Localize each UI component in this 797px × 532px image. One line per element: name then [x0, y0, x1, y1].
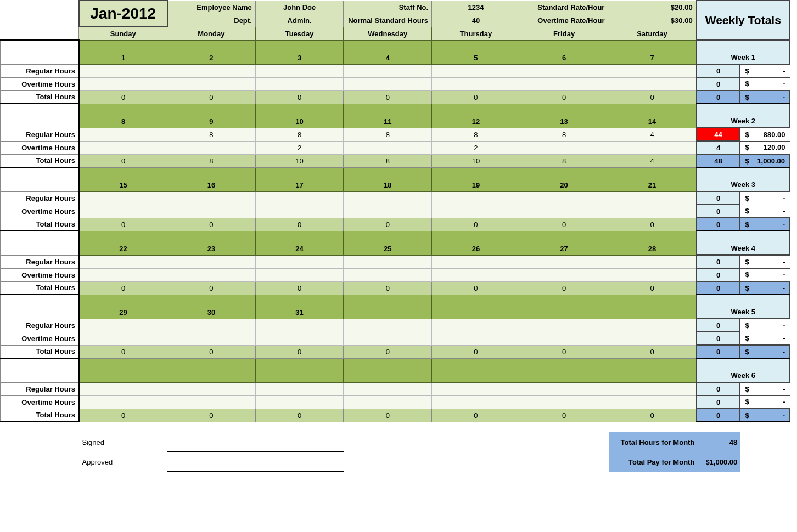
- overtime-hours-cell[interactable]: [608, 141, 697, 154]
- regular-hours-cell[interactable]: [167, 64, 256, 77]
- overtime-hours-cell[interactable]: [79, 332, 167, 345]
- overtime-hours-cell[interactable]: [79, 205, 167, 218]
- overtime-hours-cell[interactable]: [344, 77, 432, 90]
- week-total-money: $-: [740, 409, 790, 422]
- overtime-hours-cell[interactable]: [344, 395, 432, 409]
- regular-hours-cell[interactable]: 8: [255, 128, 344, 141]
- overtime-hours-cell[interactable]: [167, 268, 256, 281]
- regular-hours-cell[interactable]: [167, 255, 256, 268]
- total-hours-cell: 0: [255, 218, 344, 231]
- regular-hours-cell[interactable]: [520, 64, 608, 77]
- regular-hours-cell[interactable]: 8: [432, 128, 520, 141]
- regular-hours-cell[interactable]: [79, 319, 167, 332]
- regular-hours-cell[interactable]: [167, 382, 256, 395]
- overtime-hours-cell[interactable]: [520, 268, 608, 281]
- regular-hours-cell[interactable]: [167, 319, 256, 332]
- overtime-hours-cell[interactable]: [432, 268, 520, 281]
- overtime-hours-cell[interactable]: [79, 141, 167, 154]
- regular-hours-cell[interactable]: [520, 319, 608, 332]
- std-hours-value[interactable]: 40: [432, 14, 520, 27]
- overtime-hours-cell[interactable]: [520, 141, 608, 154]
- approved-label: Approved: [79, 452, 167, 472]
- regular-hours-cell[interactable]: [608, 191, 697, 205]
- dept-value[interactable]: Admin.: [255, 14, 344, 27]
- staff-no-value[interactable]: 1234: [432, 1, 520, 14]
- std-rate-value[interactable]: $20.00: [608, 1, 697, 14]
- overtime-hours-cell[interactable]: [432, 77, 520, 90]
- week-reg-money-total: $-: [740, 255, 790, 268]
- regular-hours-cell[interactable]: [79, 128, 167, 141]
- regular-hours-cell[interactable]: 4: [608, 128, 697, 141]
- overtime-hours-cell[interactable]: [255, 205, 344, 218]
- overtime-hours-cell[interactable]: [344, 141, 432, 154]
- regular-hours-cell[interactable]: [79, 255, 167, 268]
- regular-hours-cell[interactable]: [520, 382, 608, 395]
- regular-hours-cell[interactable]: [79, 191, 167, 205]
- overtime-hours-cell[interactable]: [344, 268, 432, 281]
- overtime-hours-cell[interactable]: [255, 268, 344, 281]
- regular-hours-cell[interactable]: [344, 64, 432, 77]
- overtime-hours-cell[interactable]: [608, 268, 697, 281]
- regular-hours-cell[interactable]: [432, 255, 520, 268]
- regular-hours-cell[interactable]: [344, 255, 432, 268]
- overtime-hours-cell[interactable]: [432, 332, 520, 345]
- date-cell: 21: [608, 167, 697, 191]
- overtime-hours-cell[interactable]: [167, 395, 256, 409]
- regular-hours-cell[interactable]: [608, 64, 697, 77]
- overtime-hours-cell[interactable]: [167, 77, 256, 90]
- overtime-hours-cell[interactable]: [255, 395, 344, 409]
- overtime-hours-cell[interactable]: [520, 395, 608, 409]
- overtime-hours-cell[interactable]: 2: [255, 141, 344, 154]
- overtime-hours-cell[interactable]: [167, 141, 256, 154]
- overtime-hours-cell[interactable]: [79, 395, 167, 409]
- overtime-hours-cell[interactable]: [432, 395, 520, 409]
- regular-hours-cell[interactable]: [344, 191, 432, 205]
- regular-hours-cell[interactable]: [167, 191, 256, 205]
- ot-rate-value[interactable]: $30.00: [608, 14, 697, 27]
- overtime-hours-cell[interactable]: [608, 332, 697, 345]
- regular-hours-cell[interactable]: [608, 382, 697, 395]
- overtime-hours-cell[interactable]: [255, 332, 344, 345]
- overtime-hours-cell[interactable]: [432, 205, 520, 218]
- signed-line[interactable]: [167, 432, 255, 452]
- approved-line[interactable]: [167, 452, 255, 472]
- regular-hours-cell[interactable]: [255, 382, 344, 395]
- overtime-hours-cell[interactable]: [608, 395, 697, 409]
- regular-hours-cell[interactable]: [608, 319, 697, 332]
- regular-hours-cell[interactable]: [255, 255, 344, 268]
- regular-hours-cell[interactable]: 8: [344, 128, 432, 141]
- overtime-hours-cell[interactable]: [255, 77, 344, 90]
- overtime-hours-cell[interactable]: 2: [432, 141, 520, 154]
- regular-hours-cell[interactable]: [344, 319, 432, 332]
- regular-hours-cell[interactable]: [608, 255, 697, 268]
- regular-hours-cell[interactable]: [79, 382, 167, 395]
- overtime-hours-cell[interactable]: [167, 332, 256, 345]
- regular-hours-cell[interactable]: [432, 382, 520, 395]
- regular-hours-cell[interactable]: [79, 64, 167, 77]
- overtime-hours-cell[interactable]: [520, 332, 608, 345]
- approved-line[interactable]: [255, 452, 344, 472]
- regular-hours-cell[interactable]: [255, 191, 344, 205]
- overtime-hours-cell[interactable]: [344, 205, 432, 218]
- overtime-hours-cell[interactable]: [520, 205, 608, 218]
- overtime-hours-cell[interactable]: [167, 205, 256, 218]
- signed-line[interactable]: [255, 432, 344, 452]
- overtime-hours-cell[interactable]: [520, 77, 608, 90]
- regular-hours-cell[interactable]: [432, 191, 520, 205]
- overtime-hours-cell[interactable]: [79, 268, 167, 281]
- regular-hours-cell[interactable]: [520, 255, 608, 268]
- overtime-hours-cell[interactable]: [79, 77, 167, 90]
- regular-hours-cell[interactable]: 8: [167, 128, 256, 141]
- emp-name-value[interactable]: John Doe: [255, 1, 344, 14]
- overtime-hours-cell[interactable]: [344, 332, 432, 345]
- regular-hours-cell[interactable]: 8: [520, 128, 608, 141]
- overtime-hours-cell[interactable]: [608, 205, 697, 218]
- regular-hours-cell[interactable]: [255, 64, 344, 77]
- regular-hours-cell[interactable]: [520, 191, 608, 205]
- regular-hours-cell[interactable]: [344, 382, 432, 395]
- regular-hours-cell[interactable]: [432, 319, 520, 332]
- day-header: Wednesday: [344, 27, 432, 40]
- regular-hours-cell[interactable]: [255, 319, 344, 332]
- overtime-hours-cell[interactable]: [608, 77, 697, 90]
- regular-hours-cell[interactable]: [432, 64, 520, 77]
